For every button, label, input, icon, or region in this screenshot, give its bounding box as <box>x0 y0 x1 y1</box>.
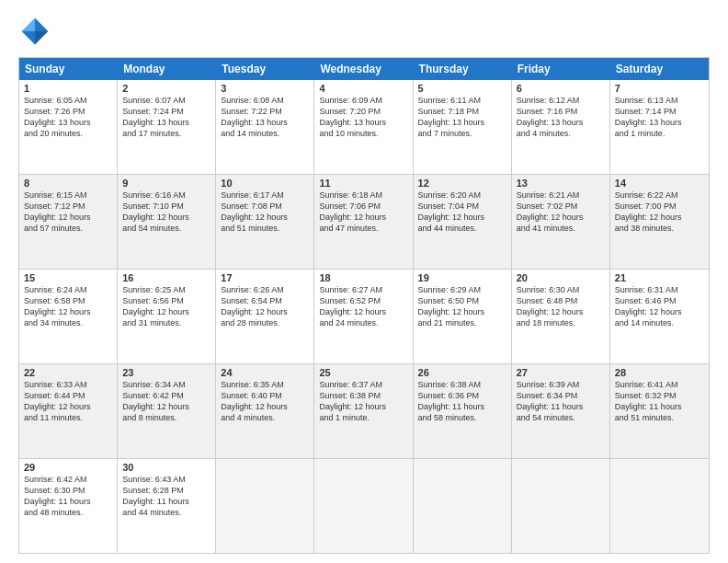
cell-line: and 11 minutes. <box>24 413 83 422</box>
cell-line: Sunset: 7:26 PM <box>24 107 85 116</box>
cell-line: Sunset: 7:16 PM <box>517 107 578 116</box>
week-row-3: 15Sunrise: 6:24 AMSunset: 6:58 PMDayligh… <box>19 269 709 363</box>
cell-info: Sunrise: 6:11 AMSunset: 7:18 PMDaylight:… <box>418 95 506 140</box>
cal-cell: 23Sunrise: 6:34 AMSunset: 6:42 PMDayligh… <box>118 364 216 458</box>
cell-line: Sunset: 7:22 PM <box>221 107 282 116</box>
cell-line: and 54 minutes. <box>122 224 181 233</box>
cell-line: Daylight: 11 hours <box>418 402 485 411</box>
cell-line: Sunrise: 6:27 AM <box>319 285 382 294</box>
cell-line: Daylight: 13 hours <box>319 118 386 127</box>
cell-line: Sunrise: 6:38 AM <box>418 380 482 389</box>
cell-line: Sunrise: 6:41 AM <box>615 380 678 389</box>
cal-cell: 2Sunrise: 6:07 AMSunset: 7:24 PMDaylight… <box>118 80 216 174</box>
cell-line: Sunset: 6:52 PM <box>319 296 381 305</box>
cal-cell: 10Sunrise: 6:17 AMSunset: 7:08 PMDayligh… <box>216 175 314 269</box>
day-number: 28 <box>615 367 704 378</box>
day-number: 9 <box>122 178 210 189</box>
cell-line: and 18 minutes. <box>517 318 575 327</box>
cell-line: Sunset: 6:42 PM <box>122 391 184 400</box>
day-number: 24 <box>221 367 309 378</box>
header-day-saturday: Saturday <box>610 58 709 80</box>
cell-line: Sunset: 6:34 PM <box>517 391 578 400</box>
cell-line: Sunset: 6:40 PM <box>221 391 282 400</box>
cell-info: Sunrise: 6:34 AMSunset: 6:42 PMDaylight:… <box>122 379 210 424</box>
cell-line: Daylight: 12 hours <box>221 307 288 316</box>
day-number: 25 <box>319 367 407 378</box>
day-number: 16 <box>122 272 210 283</box>
cal-cell: 27Sunrise: 6:39 AMSunset: 6:34 PMDayligh… <box>512 364 610 458</box>
day-number: 2 <box>122 83 210 94</box>
cell-line: Sunrise: 6:39 AM <box>517 380 580 389</box>
cell-line: Sunset: 6:32 PM <box>615 391 677 400</box>
day-number: 17 <box>221 272 309 283</box>
cell-line: Sunrise: 6:31 AM <box>615 285 678 294</box>
week-row-5: 29Sunrise: 6:42 AMSunset: 6:30 PMDayligh… <box>19 458 709 553</box>
cell-line: Sunrise: 6:22 AM <box>615 190 678 200</box>
day-number: 30 <box>122 462 210 473</box>
cal-cell: 6Sunrise: 6:12 AMSunset: 7:16 PMDaylight… <box>512 80 610 174</box>
cell-info: Sunrise: 6:43 AMSunset: 6:28 PMDaylight:… <box>122 474 210 519</box>
cal-cell: 3Sunrise: 6:08 AMSunset: 7:22 PMDaylight… <box>216 80 314 174</box>
cell-line: Sunset: 7:10 PM <box>122 201 184 211</box>
header-day-monday: Monday <box>118 58 216 80</box>
cal-cell: 18Sunrise: 6:27 AMSunset: 6:52 PMDayligh… <box>314 270 413 363</box>
cell-line: and 4 minutes. <box>221 413 275 422</box>
cell-line: and 51 minutes. <box>615 413 674 422</box>
cell-line: Daylight: 11 hours <box>122 497 189 506</box>
cell-line: Daylight: 12 hours <box>418 213 485 222</box>
cell-line: Daylight: 12 hours <box>24 213 91 222</box>
logo <box>18 15 55 48</box>
day-number: 27 <box>517 367 605 378</box>
cell-line: Sunset: 6:46 PM <box>615 296 677 305</box>
cell-line: and 34 minutes. <box>24 318 83 327</box>
calendar: SundayMondayTuesdayWednesdayThursdayFrid… <box>18 57 710 554</box>
cell-line: Sunset: 7:04 PM <box>418 201 480 211</box>
cell-info: Sunrise: 6:42 AMSunset: 6:30 PMDaylight:… <box>24 474 112 519</box>
cell-line: and 17 minutes. <box>122 129 181 138</box>
header-day-tuesday: Tuesday <box>216 58 314 80</box>
cell-line: Sunset: 7:06 PM <box>319 201 381 211</box>
cell-line: Daylight: 12 hours <box>122 307 189 316</box>
cell-info: Sunrise: 6:31 AMSunset: 6:46 PMDaylight:… <box>615 284 704 329</box>
cell-line: and 24 minutes. <box>319 318 378 327</box>
cell-line: and 54 minutes. <box>517 413 575 422</box>
cal-cell: 24Sunrise: 6:35 AMSunset: 6:40 PMDayligh… <box>216 364 314 458</box>
day-number: 4 <box>319 83 407 94</box>
day-number: 29 <box>24 462 112 473</box>
cell-line: and 7 minutes. <box>418 129 472 138</box>
cell-line: Sunset: 6:28 PM <box>122 486 184 495</box>
cell-line: and 4 minutes. <box>517 129 571 138</box>
cell-line: and 20 minutes. <box>24 129 83 138</box>
day-number: 21 <box>615 272 704 283</box>
day-number: 13 <box>517 178 605 189</box>
cell-line: and 8 minutes. <box>122 413 176 422</box>
cell-line: Sunrise: 6:35 AM <box>221 380 284 389</box>
cell-line: Sunrise: 6:09 AM <box>319 96 382 105</box>
svg-marker-0 <box>35 18 48 31</box>
cell-info: Sunrise: 6:18 AMSunset: 7:06 PMDaylight:… <box>319 190 407 235</box>
cell-line: Daylight: 12 hours <box>319 402 386 411</box>
cell-info: Sunrise: 6:16 AMSunset: 7:10 PMDaylight:… <box>122 190 210 235</box>
cell-line: and 57 minutes. <box>24 224 83 233</box>
cell-line: Sunset: 6:30 PM <box>24 486 85 495</box>
cell-line: Sunrise: 6:42 AM <box>24 475 87 484</box>
cal-cell <box>512 459 610 553</box>
cell-info: Sunrise: 6:08 AMSunset: 7:22 PMDaylight:… <box>221 95 309 140</box>
cal-cell: 13Sunrise: 6:21 AMSunset: 7:02 PMDayligh… <box>512 175 610 269</box>
cal-cell: 5Sunrise: 6:11 AMSunset: 7:18 PMDaylight… <box>414 80 512 174</box>
cell-line: and 41 minutes. <box>517 224 575 233</box>
cal-cell: 21Sunrise: 6:31 AMSunset: 6:46 PMDayligh… <box>610 270 709 363</box>
cal-cell: 4Sunrise: 6:09 AMSunset: 7:20 PMDaylight… <box>314 80 413 174</box>
day-number: 1 <box>24 83 112 94</box>
cell-line: and 10 minutes. <box>319 129 378 138</box>
cell-line: Daylight: 13 hours <box>24 118 91 127</box>
cell-line: Daylight: 12 hours <box>615 213 682 222</box>
cell-line: Sunset: 7:02 PM <box>517 201 578 211</box>
cell-line: Daylight: 12 hours <box>319 307 386 316</box>
day-number: 14 <box>615 178 704 189</box>
cell-line: Sunset: 6:48 PM <box>517 296 578 305</box>
svg-marker-3 <box>35 31 48 44</box>
cal-cell: 22Sunrise: 6:33 AMSunset: 6:44 PMDayligh… <box>19 364 118 458</box>
cell-info: Sunrise: 6:17 AMSunset: 7:08 PMDaylight:… <box>221 190 309 235</box>
cell-line: Daylight: 12 hours <box>122 402 189 411</box>
